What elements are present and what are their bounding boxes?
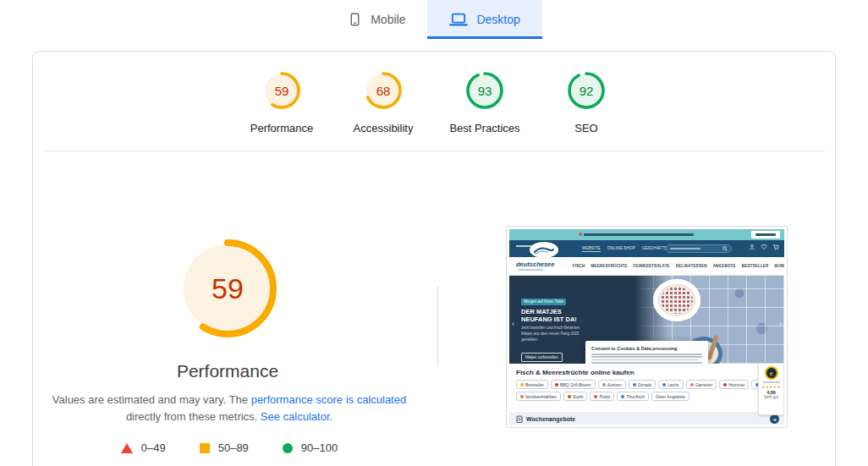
site-logo-tagline-placeholder	[518, 269, 543, 271]
desktop-laptop-icon	[449, 12, 468, 27]
disclaimer-text: Values are estimated and may vary. The	[52, 393, 251, 406]
site-search-input[interactable]	[666, 244, 732, 253]
chip-icon	[602, 383, 606, 387]
legend-range: 0–49	[141, 441, 166, 454]
tab-mobile-label: Mobile	[371, 13, 405, 26]
section-divider	[43, 151, 825, 151]
product-chip[interactable]: Austern	[598, 380, 626, 389]
product-chip[interactable]: Bestseller	[516, 380, 548, 389]
site-nav-link[interactable]: ONLINE-SHOP	[607, 246, 635, 252]
product-chip[interactable]: Thunfisch	[617, 392, 649, 401]
weekly-offers-title: Wochenangebote	[526, 416, 575, 422]
search-placeholder-text	[670, 248, 700, 250]
disclaimer-text: directly from these metrics.	[126, 410, 261, 423]
wishlist-heart-icon[interactable]	[761, 244, 767, 250]
site-mock: WEBSITEONLINE-SHOPGESCHÄFTSKUNDEN	[509, 229, 784, 425]
performance-score-value: 59	[177, 238, 278, 339]
product-chip[interactable]: Oster Angebote	[651, 392, 689, 401]
site-menu-item[interactable]: BUNDLES	[775, 264, 784, 268]
cookie-consent-dialog: Consent to Cookies & Data processing Set…	[585, 341, 708, 364]
expand-arrow-button[interactable]: ➔	[770, 414, 779, 424]
score-value: 92	[566, 70, 607, 111]
site-hero-carousel: ‹ › Morgen auf Ihrem Teller DER MATJES N…	[509, 276, 784, 364]
products-heading: Fisch & Meeresfrüchte online kaufen	[516, 369, 777, 376]
score-value: 59	[261, 70, 302, 111]
performance-section-title: Performance	[58, 361, 397, 381]
site-logo-text[interactable]: deutschesee	[516, 260, 554, 268]
report-card: 59 Performance 68 Accessibility 93	[32, 51, 836, 466]
weekly-offers-bar[interactable]: Wochenangebote ➔	[509, 412, 784, 425]
site-menu-item[interactable]: FEINKOSTSALATE	[634, 264, 670, 268]
hero-plate-photo	[653, 279, 700, 321]
site-nav-link[interactable]: WEBSITE	[582, 246, 601, 252]
site-logo[interactable]	[530, 242, 558, 258]
search-icon	[722, 246, 728, 251]
cart-icon[interactable]	[772, 244, 779, 250]
site-menu-item[interactable]: FISCH	[573, 264, 585, 268]
product-chip[interactable]: Lachs	[658, 380, 683, 389]
score-value: 68	[363, 70, 404, 111]
site-menu-item[interactable]: ANGEBOTE	[713, 264, 736, 268]
chip-icon	[594, 395, 597, 398]
site-menu-items: FISCHMEERESFRÜCHTEFEINKOSTSALATEDELIKATE…	[573, 264, 784, 268]
product-chip[interactable]: Nordseekrabben	[516, 392, 561, 401]
site-menu-item[interactable]: DELIKATESSEN	[676, 264, 707, 268]
legend-range: 90–100	[301, 441, 338, 454]
rating-stars: ★★★★★	[761, 385, 781, 389]
performance-gauge-large: 59	[177, 238, 278, 339]
tab-mobile[interactable]: Mobile	[326, 0, 427, 39]
product-chip[interactable]: Pulpo	[590, 392, 614, 401]
score-accessibility[interactable]: 68 Accessibility	[337, 70, 430, 134]
carousel-prev-icon[interactable]: ‹	[512, 320, 514, 328]
tab-desktop[interactable]: Desktop	[427, 0, 541, 39]
chip-icon	[633, 383, 636, 387]
score-legend: 0–49 50–89 90–100	[33, 441, 426, 454]
rating-label: Sehr gut	[764, 395, 778, 399]
site-menu-item[interactable]: MEERESFRÜCHTE	[591, 264, 628, 268]
score-label: Best Practices	[449, 122, 519, 134]
trusted-shops-badge[interactable]: e ★★★★★ 4,86 Sehr gut	[758, 363, 784, 415]
legend-pass: 90–100	[283, 441, 338, 454]
category-chips-row-1: BestsellerBBQ Grill-BoxenAusternDoradeLa…	[516, 380, 777, 389]
account-icon[interactable]	[749, 244, 755, 250]
green-circle-icon	[283, 443, 293, 453]
score-performance[interactable]: 59 Performance	[235, 70, 328, 134]
chip-icon	[568, 395, 571, 398]
score-label: Accessibility	[354, 122, 414, 134]
chip-icon	[520, 383, 524, 387]
product-chip[interactable]: Sushi	[563, 392, 588, 401]
site-nav-icons	[749, 244, 779, 250]
product-chip[interactable]: Garnelen	[686, 380, 717, 389]
score-disclaimer: Values are estimated and may vary. The p…	[47, 392, 411, 425]
site-announcement-bar	[509, 229, 784, 240]
red-triangle-icon	[121, 443, 133, 453]
device-tabbar: Mobile Desktop	[0, 0, 868, 39]
product-chip[interactable]: Hummer	[719, 380, 749, 389]
legend-average: 50–89	[200, 441, 249, 454]
chip-icon	[621, 395, 624, 398]
chip-icon	[723, 383, 727, 387]
product-chip[interactable]: Dorade	[629, 380, 656, 389]
announcement-icon	[579, 233, 582, 236]
scores-summary-row: 59 Performance 68 Accessibility 93	[33, 70, 835, 134]
announcement-button[interactable]	[751, 231, 780, 238]
chip-icon	[662, 383, 666, 387]
trusted-seal-icon: e	[765, 366, 778, 380]
chip-icon	[520, 395, 524, 398]
product-chip[interactable]: BBQ Grill-Boxen	[551, 380, 596, 389]
announcement-text-placeholder	[584, 233, 694, 236]
hero-cta-button[interactable]: Matjes vorbestellen	[521, 353, 563, 362]
metrics-calculation-link[interactable]: performance score is calculated	[251, 393, 407, 406]
score-seo[interactable]: 92 SEO	[540, 70, 633, 134]
site-menu-item[interactable]: BESTSELLER	[742, 264, 769, 268]
legend-range: 50–89	[218, 441, 249, 454]
vertical-divider	[437, 286, 438, 366]
carousel-next-icon[interactable]: ›	[779, 320, 782, 328]
legend-fail: 0–49	[121, 441, 166, 454]
score-best-practices[interactable]: 93 Best Practices	[438, 70, 531, 134]
hero-badge: Morgen auf Ihrem Teller	[521, 299, 566, 305]
cookie-body-text-placeholder	[591, 354, 702, 364]
see-calculator-link[interactable]: See calculator.	[261, 410, 332, 423]
trusted-name-placeholder	[763, 381, 780, 383]
page-screenshot-thumbnail[interactable]: WEBSITEONLINE-SHOPGESCHÄFTSKUNDEN	[506, 226, 788, 428]
